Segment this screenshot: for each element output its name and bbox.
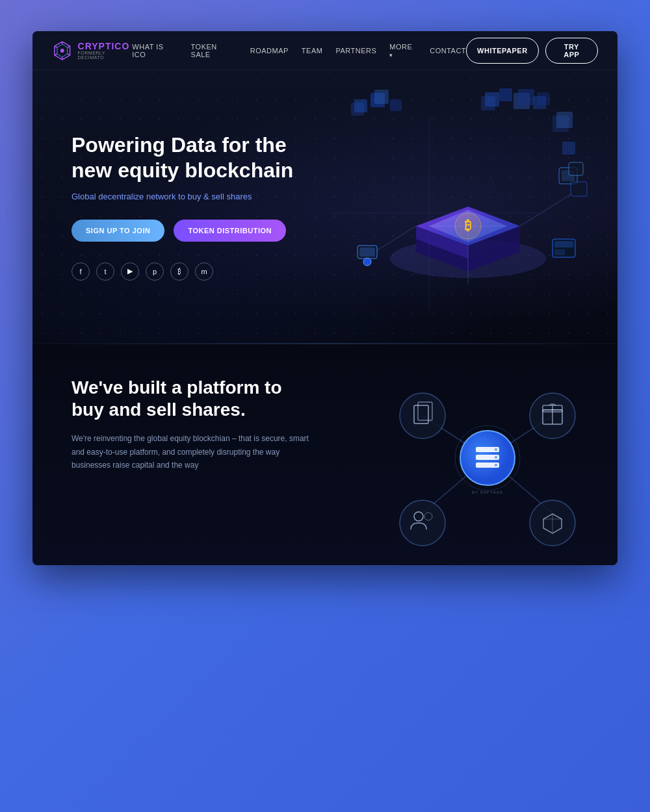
svg-rect-12 [374, 90, 389, 104]
try-app-button[interactable]: TRY APP [545, 38, 598, 64]
svg-text:BY SOFTRAD: BY SOFTRAD [472, 490, 503, 494]
hero-buttons: SIGN UP TO JOIN TOKEN DISTRIBUTION [72, 220, 318, 242]
svg-point-54 [495, 456, 497, 459]
twitter-icon[interactable]: t [96, 262, 114, 281]
svg-rect-16 [499, 88, 512, 101]
svg-rect-15 [485, 92, 499, 107]
navbar: CRYPTICO FORMERLY DECIMATO WHAT IS ICO T… [32, 31, 618, 70]
svg-text:₿: ₿ [465, 218, 471, 233]
nav-roadmap[interactable]: ROADMAP [250, 47, 289, 55]
network-diagram: BY SOFTRAD [370, 351, 604, 565]
hero-section: Powering Data for the new equity blockch… [32, 70, 618, 343]
section-two-title: We've built a platform to buy and sell s… [72, 377, 318, 420]
svg-line-30 [520, 194, 572, 226]
whitepaper-button[interactable]: WHITEPAPER [466, 38, 539, 64]
logo-icon [52, 40, 73, 61]
hero-content: Powering Data for the new equity blockch… [72, 133, 318, 281]
svg-point-64 [400, 500, 445, 546]
isometric-svg: ₿ [299, 83, 598, 330]
svg-point-53 [495, 448, 497, 451]
svg-rect-37 [569, 162, 583, 175]
logo-accent: CRYPT [78, 41, 112, 51]
nav-more[interactable]: MORE [389, 43, 417, 58]
nav-team[interactable]: TEAM [302, 47, 323, 55]
pinterest-icon[interactable]: p [146, 262, 164, 281]
svg-rect-18 [518, 89, 534, 105]
logo-sub: FORMERLY DECIMATO [78, 51, 133, 60]
svg-rect-33 [359, 247, 375, 257]
signup-button[interactable]: SIGN UP TO JOIN [72, 220, 164, 242]
svg-point-2 [60, 49, 64, 53]
svg-rect-41 [554, 249, 565, 255]
svg-rect-10 [354, 99, 367, 112]
nav-links: WHAT IS ICO TOKEN SALE ROADMAP TEAM PART… [132, 43, 466, 58]
svg-rect-20 [537, 92, 550, 105]
facebook-icon[interactable]: f [72, 262, 90, 281]
nav-buttons: WHITEPAPER TRY APP [466, 38, 598, 64]
svg-point-34 [363, 258, 371, 266]
svg-rect-13 [390, 99, 402, 111]
token-distribution-button[interactable]: TOKEN DISTRIBUTION [174, 220, 286, 242]
section-two-text: We're reinventing the global equity bloc… [72, 432, 318, 472]
hero-title: Powering Data for the new equity blockch… [72, 133, 318, 183]
svg-point-56 [400, 393, 445, 438]
social-icons: f t ▶ p ₿ m [72, 262, 318, 281]
hero-graphic: ₿ [299, 83, 598, 330]
section-two-content: We've built a platform to buy and sell s… [72, 377, 318, 472]
logo-text: CRYPTICO FORMERLY DECIMATO [78, 42, 133, 60]
nav-contact[interactable]: CONTACT [430, 47, 466, 55]
nav-partners[interactable]: PARTNERS [335, 47, 376, 55]
youtube-icon[interactable]: ▶ [121, 262, 139, 281]
logo: CRYPTICO FORMERLY DECIMATO [52, 40, 132, 61]
svg-rect-22 [556, 112, 573, 128]
nav-what-is-ico[interactable]: WHAT IS ICO [132, 43, 177, 58]
svg-rect-23 [562, 142, 575, 155]
browser-window: CRYPTICO FORMERLY DECIMATO WHAT IS ICO T… [32, 31, 618, 565]
nav-token-sale[interactable]: TOKEN SALE [191, 43, 237, 58]
hero-subtitle: Global decentralize network to buy & sel… [72, 192, 318, 201]
medium-icon[interactable]: m [195, 262, 213, 281]
section-two: We've built a platform to buy and sell s… [32, 344, 618, 565]
network-svg: BY SOFTRAD [370, 351, 604, 565]
bitcoin-icon[interactable]: ₿ [170, 262, 188, 281]
svg-rect-38 [571, 182, 587, 196]
svg-point-55 [495, 464, 497, 466]
logo-main: CRYPTICO [78, 42, 133, 51]
svg-rect-40 [554, 241, 573, 247]
